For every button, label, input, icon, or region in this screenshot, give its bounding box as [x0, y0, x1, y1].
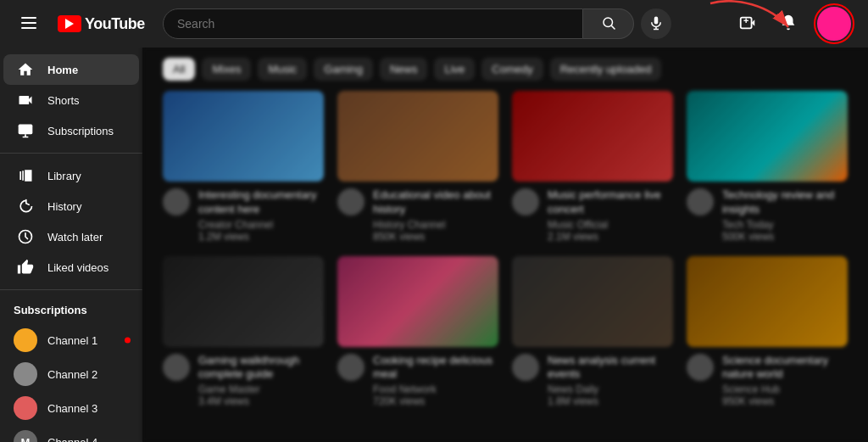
- video-info-8: Science documentary nature world Science…: [687, 354, 848, 408]
- video-info-1: Interesting documentary content here Cre…: [163, 188, 324, 243]
- video-card-7[interactable]: News analysis current events News Daily …: [512, 256, 673, 408]
- video-meta-2: Educational video about history History …: [373, 188, 498, 243]
- history-icon: [17, 198, 34, 215]
- youtube-logo[interactable]: YouTube: [58, 15, 145, 33]
- channel-avatar-6: [337, 354, 364, 381]
- filter-chip-all[interactable]: All: [163, 58, 195, 81]
- sub-avatar-4: M: [14, 430, 37, 442]
- menu-button[interactable]: [14, 8, 44, 39]
- video-info-5: Gaming walkthrough complete guide Game M…: [163, 354, 324, 408]
- video-thumb-5: [163, 256, 324, 347]
- sub-notification-dot-1: [125, 338, 131, 344]
- video-card-1[interactable]: Interesting documentary content here Cre…: [163, 91, 324, 243]
- sidebar-divider-2: [0, 289, 142, 290]
- channel-avatar-1: [163, 188, 190, 215]
- sidebar-subscriptions-label: Subscriptions: [47, 125, 114, 137]
- sidebar-item-home[interactable]: Home: [3, 54, 139, 85]
- library-icon: [17, 167, 34, 184]
- video-card-4[interactable]: Technology review and insights Tech Toda…: [687, 91, 848, 243]
- video-meta-7: News analysis current events News Daily …: [548, 354, 673, 408]
- video-meta-8: Science documentary nature world Science…: [722, 354, 848, 408]
- video-card-5[interactable]: Gaming walkthrough complete guide Game M…: [163, 256, 324, 408]
- video-channel-2: History Channel: [373, 219, 498, 231]
- video-channel-1: Creator Channel: [198, 219, 324, 231]
- subscription-item-1[interactable]: Channel 1: [0, 323, 142, 357]
- video-meta-5: Gaming walkthrough complete guide Game M…: [198, 354, 324, 408]
- filter-chip-live[interactable]: Live: [434, 58, 475, 81]
- video-thumb-1: [163, 91, 324, 182]
- filter-chip-comedy[interactable]: Comedy: [481, 58, 542, 81]
- body: Home Shorts Subscriptions Library His: [0, 48, 868, 442]
- sidebar-shorts-label: Shorts: [47, 94, 80, 107]
- svg-rect-0: [21, 17, 36, 19]
- shorts-icon: [17, 92, 34, 109]
- avatar-button[interactable]: [817, 7, 851, 41]
- mic-button[interactable]: [641, 8, 671, 39]
- video-title-2: Educational video about history: [373, 188, 498, 217]
- video-views-7: 1.8M views: [548, 395, 673, 407]
- sidebar-item-subscriptions[interactable]: Subscriptions: [3, 115, 139, 146]
- sidebar-item-shorts[interactable]: Shorts: [3, 85, 139, 115]
- video-card-6[interactable]: Cooking recipe delicious meal Food Netwo…: [337, 256, 498, 408]
- subscription-item-2[interactable]: Channel 2: [0, 357, 142, 391]
- video-title-7: News analysis current events: [548, 354, 673, 383]
- sub-name-1: Channel 1: [47, 334, 97, 347]
- video-thumb-7: [512, 256, 673, 347]
- subscriptions-section-title: Subscriptions: [0, 297, 142, 323]
- video-thumb-3: [512, 91, 673, 182]
- video-channel-6: Food Network: [373, 383, 498, 395]
- video-card-3[interactable]: Music performance live concert Music Off…: [512, 91, 673, 243]
- subscription-item-4[interactable]: M Channel 4: [0, 425, 142, 442]
- liked-icon: [17, 259, 34, 276]
- video-title-8: Science documentary nature world: [722, 354, 848, 383]
- header-left: YouTube: [14, 8, 149, 39]
- video-title-3: Music performance live concert: [548, 188, 673, 217]
- sidebar: Home Shorts Subscriptions Library His: [0, 48, 142, 442]
- video-info-2: Educational video about history History …: [337, 188, 498, 243]
- search-input[interactable]: [177, 17, 569, 31]
- svg-rect-13: [19, 125, 33, 135]
- mic-icon: [648, 15, 664, 33]
- sub-name-4: Channel 4: [47, 436, 97, 443]
- video-info-6: Cooking recipe delicious meal Food Netwo…: [337, 354, 498, 408]
- video-views-3: 2.1M views: [548, 231, 673, 243]
- sub-avatar-2: [14, 362, 37, 386]
- sub-avatar-3: [14, 396, 37, 420]
- video-card-8[interactable]: Science documentary nature world Science…: [687, 256, 848, 408]
- filter-chip-recent[interactable]: Recently uploaded: [550, 58, 662, 81]
- video-meta-6: Cooking recipe delicious meal Food Netwo…: [373, 354, 498, 408]
- create-button[interactable]: [732, 8, 763, 39]
- video-card-2[interactable]: Educational video about history History …: [337, 91, 498, 243]
- sidebar-item-liked-videos[interactable]: Liked videos: [3, 252, 139, 283]
- youtube-icon: [58, 15, 81, 32]
- header-right: [732, 3, 854, 44]
- sidebar-watch-later-label: Watch later: [47, 231, 103, 243]
- search-button[interactable]: [583, 8, 634, 39]
- video-title-5: Gaming walkthrough complete guide: [198, 354, 324, 383]
- youtube-wordmark: YouTube: [85, 15, 145, 33]
- video-info-3: Music performance live concert Music Off…: [512, 188, 673, 243]
- filter-chip-mixes[interactable]: Mixes: [202, 58, 251, 81]
- video-views-8: 950K views: [722, 395, 848, 407]
- channel-avatar-2: [337, 188, 364, 215]
- svg-line-4: [611, 25, 615, 29]
- video-channel-8: Science Hub: [722, 383, 848, 395]
- notifications-button[interactable]: [773, 8, 804, 39]
- subscription-item-3[interactable]: Channel 3: [0, 391, 142, 425]
- filter-chip-news[interactable]: News: [380, 58, 428, 81]
- watch-later-icon: [17, 228, 34, 245]
- filter-chip-gaming[interactable]: Gaming: [314, 58, 373, 81]
- sidebar-item-history[interactable]: History: [3, 191, 139, 221]
- video-meta-4: Technology review and insights Tech Toda…: [722, 188, 848, 243]
- filter-chip-music[interactable]: Music: [258, 58, 307, 81]
- create-icon: [738, 14, 757, 35]
- channel-avatar-7: [512, 354, 539, 381]
- video-views-5: 3.4M views: [198, 395, 324, 407]
- svg-rect-1: [21, 22, 36, 24]
- video-title-4: Technology review and insights: [722, 188, 848, 217]
- sidebar-item-library[interactable]: Library: [3, 160, 139, 191]
- home-icon: [17, 61, 34, 78]
- sidebar-library-label: Library: [47, 170, 81, 182]
- sidebar-liked-label: Liked videos: [47, 261, 108, 274]
- sidebar-item-watch-later[interactable]: Watch later: [3, 221, 139, 252]
